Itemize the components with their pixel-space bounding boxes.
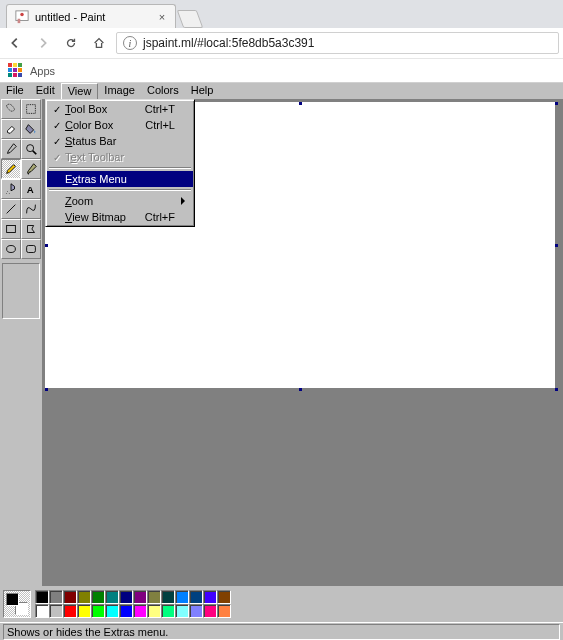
color-swatch[interactable]	[217, 590, 231, 604]
svg-text:A: A	[27, 184, 34, 195]
color-swatch[interactable]	[77, 604, 91, 618]
color-swatch[interactable]	[49, 604, 63, 618]
bookmarks-bar: Apps	[0, 58, 563, 82]
color-swatch[interactable]	[189, 604, 203, 618]
color-swatch[interactable]	[175, 590, 189, 604]
svg-point-4	[27, 145, 34, 152]
resize-handle[interactable]	[555, 388, 558, 391]
color-palette	[35, 590, 231, 618]
select-tool[interactable]	[21, 99, 41, 119]
close-icon[interactable]: ×	[157, 11, 167, 23]
svg-rect-12	[27, 246, 36, 253]
foreground-color[interactable]	[6, 593, 19, 606]
view-menu-dropdown: ✓ Tool Box Ctrl+T ✓ Color Box Ctrl+L ✓ S…	[45, 99, 195, 227]
browser-tab[interactable]: untitled - Paint ×	[6, 4, 176, 28]
check-icon: ✓	[51, 136, 63, 147]
menu-bar: File Edit View Image Colors Help	[0, 83, 563, 99]
rounded-rectangle-tool[interactable]	[21, 239, 41, 259]
color-swatch[interactable]	[63, 604, 77, 618]
check-icon: ✓	[51, 152, 63, 163]
resize-handle[interactable]	[299, 388, 302, 391]
site-info-icon[interactable]: i	[123, 36, 137, 50]
pick-color-tool[interactable]	[1, 139, 21, 159]
fill-tool[interactable]	[21, 119, 41, 139]
curve-tool[interactable]	[21, 199, 41, 219]
apps-label[interactable]: Apps	[30, 65, 55, 77]
color-swatch[interactable]	[147, 604, 161, 618]
color-swatch[interactable]	[119, 590, 133, 604]
status-text: Shows or hides the Extras menu.	[3, 624, 560, 640]
color-swatch[interactable]	[77, 590, 91, 604]
text-tool[interactable]: A	[21, 179, 41, 199]
menu-colors[interactable]: Colors	[141, 83, 185, 99]
forward-button[interactable]	[32, 32, 54, 54]
menu-item-tool-box[interactable]: ✓ Tool Box Ctrl+T	[47, 101, 193, 117]
color-swatch[interactable]	[49, 590, 63, 604]
eraser-tool[interactable]	[1, 119, 21, 139]
resize-handle[interactable]	[555, 102, 558, 105]
color-swatch[interactable]	[161, 590, 175, 604]
toolbox: A	[0, 99, 42, 586]
home-button[interactable]	[88, 32, 110, 54]
color-swatch[interactable]	[119, 604, 133, 618]
reload-button[interactable]	[60, 32, 82, 54]
color-swatch[interactable]	[133, 590, 147, 604]
svg-rect-1	[18, 18, 21, 22]
work-area: A	[0, 99, 563, 586]
resize-handle[interactable]	[45, 244, 48, 247]
magnifier-tool[interactable]	[21, 139, 41, 159]
menu-item-color-box[interactable]: ✓ Color Box Ctrl+L	[47, 117, 193, 133]
menu-separator	[49, 189, 191, 191]
new-tab-button[interactable]	[177, 10, 204, 28]
color-swatch[interactable]	[147, 590, 161, 604]
fgbg-swatch[interactable]	[3, 590, 31, 618]
svg-rect-3	[27, 105, 36, 114]
color-swatch[interactable]	[35, 590, 49, 604]
menu-help[interactable]: Help	[185, 83, 220, 99]
nav-toolbar: i jspaint.ml/#local:5fe8db5a3c391	[0, 28, 563, 58]
color-swatch[interactable]	[203, 604, 217, 618]
rectangle-tool[interactable]	[1, 219, 21, 239]
color-swatch[interactable]	[133, 604, 147, 618]
color-swatch[interactable]	[175, 604, 189, 618]
resize-handle[interactable]	[555, 244, 558, 247]
menu-item-status-bar[interactable]: ✓ Status Bar	[47, 133, 193, 149]
paint-favicon	[15, 10, 29, 24]
color-swatch[interactable]	[105, 604, 119, 618]
color-swatch[interactable]	[217, 604, 231, 618]
color-swatch[interactable]	[189, 590, 203, 604]
polygon-tool[interactable]	[21, 219, 41, 239]
menu-edit[interactable]: Edit	[30, 83, 61, 99]
menu-view[interactable]: View	[61, 83, 99, 99]
color-swatch[interactable]	[203, 590, 217, 604]
resize-handle[interactable]	[45, 388, 48, 391]
menu-file[interactable]: File	[0, 83, 30, 99]
color-swatch[interactable]	[91, 590, 105, 604]
check-icon: ✓	[51, 104, 63, 115]
svg-point-5	[7, 191, 8, 192]
color-swatch[interactable]	[91, 604, 105, 618]
ellipse-tool[interactable]	[1, 239, 21, 259]
color-swatch[interactable]	[161, 604, 175, 618]
color-swatch[interactable]	[105, 590, 119, 604]
menu-item-view-bitmap[interactable]: View Bitmap Ctrl+F	[47, 209, 193, 225]
menu-image[interactable]: Image	[98, 83, 141, 99]
line-tool[interactable]	[1, 199, 21, 219]
airbrush-tool[interactable]	[1, 179, 21, 199]
svg-point-7	[6, 193, 7, 194]
color-swatch[interactable]	[63, 590, 77, 604]
menu-item-zoom[interactable]: Zoom	[47, 193, 193, 209]
apps-icon[interactable]	[8, 63, 24, 79]
free-form-select-tool[interactable]	[1, 99, 21, 119]
tool-options[interactable]	[2, 263, 40, 319]
tab-strip: untitled - Paint ×	[0, 0, 563, 28]
svg-line-9	[7, 205, 16, 214]
pencil-tool[interactable]	[1, 159, 21, 179]
address-bar[interactable]: i jspaint.ml/#local:5fe8db5a3c391	[116, 32, 559, 54]
brush-tool[interactable]	[21, 159, 41, 179]
menu-item-extras-menu[interactable]: Extras Menu	[47, 171, 193, 187]
color-swatch[interactable]	[35, 604, 49, 618]
browser-chrome: untitled - Paint × i jspaint.ml/#local:5…	[0, 0, 563, 83]
resize-handle[interactable]	[299, 102, 302, 105]
back-button[interactable]	[4, 32, 26, 54]
